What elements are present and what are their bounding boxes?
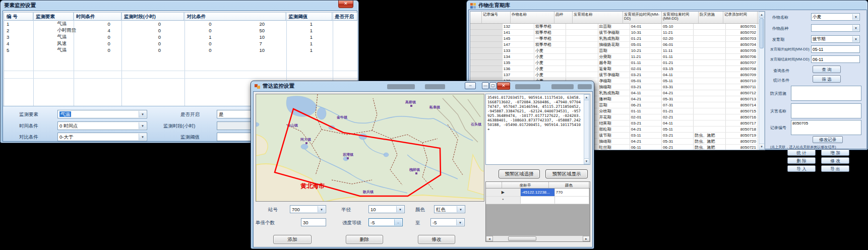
export-button[interactable]: 导 出 (821, 165, 849, 172)
filter-button[interactable]: 筛 选 (813, 75, 841, 83)
to-combo[interactable]: -5 ▼ (430, 218, 465, 226)
scroll-down-icon[interactable]: ▼ (584, 158, 589, 164)
crop-window-titlebar[interactable]: 作物生育期库 (467, 1, 867, 11)
map-canvas[interactable]: 高桥镇 柘皋镇 白山镇 同大镇 金牛镇 石头镇 苏湾镇 槐林镇 散兵镇 黄北海市 (256, 94, 484, 202)
compare-combo[interactable]: 0-大于 ▼ (57, 133, 147, 141)
table-row[interactable]: 147双季早稻抽穗扬花期05-0106-018050704 (470, 42, 758, 48)
cell: 0 (105, 47, 156, 53)
warning-area-show-button[interactable]: 预警区域显示 (545, 169, 588, 178)
header-cell: 是否开启 (332, 13, 357, 20)
scroll-left-icon[interactable]: ◄ (486, 236, 493, 241)
measure-textarea[interactable] (791, 86, 861, 101)
table-row[interactable]: 133小麦苗期10-2111-118050705 (470, 48, 758, 54)
stage-start-input[interactable] (811, 45, 860, 53)
scroll-right-icon[interactable]: ► (583, 236, 590, 241)
table-row[interactable]: 1气温000201 (4, 21, 358, 27)
import-button[interactable]: 导 入 (787, 165, 816, 172)
header-cell: 发育期名称 (573, 12, 623, 23)
cell (566, 66, 598, 72)
table-row[interactable]: 4风速00071 (4, 40, 358, 47)
station-combo[interactable]: 700 ▼ (290, 205, 326, 213)
table-row[interactable]: 141双季早稻拔节孕穗期10-3111-218050702 (470, 30, 758, 36)
chevron-down-icon[interactable]: ▼ (852, 36, 859, 42)
level-stepper[interactable]: -5 – (368, 218, 403, 226)
chevron-down-icon[interactable]: ▼ (852, 14, 859, 20)
delete-button[interactable]: 删 除 (787, 157, 816, 164)
chevron-down-icon[interactable]: ▼ (139, 111, 146, 117)
table-row[interactable]: 134小麦分蘖期11-2101-118050706 (470, 54, 758, 60)
element-window-titlebar[interactable]: 要素监控设置 (1, 1, 358, 11)
table-row[interactable]: 3气温001101 (4, 34, 358, 40)
cell: 8050717 (725, 120, 757, 127)
add-area-button[interactable]: 添加 (273, 235, 312, 244)
crop-name-combo[interactable]: 小麦 ▼ (811, 13, 860, 21)
cell: 8050719 (725, 133, 757, 139)
crop-table-scrollbar[interactable]: ▲ ▼ (759, 12, 765, 150)
area-grid-hscrollbar[interactable]: ◄ ► (486, 235, 590, 241)
place-label: 高桥镇 (405, 100, 416, 104)
record-no-label: 记录编号 (770, 125, 786, 131)
table-row[interactable]: 2小时雨量400501 (4, 27, 358, 34)
modify-button[interactable]: 修 改 (821, 157, 849, 164)
coords-textbox[interactable]: 35491.0172034571, 905914.11175410, 63458… (485, 94, 590, 165)
count-input[interactable] (301, 218, 326, 226)
scroll-up-icon[interactable]: ▲ (759, 12, 764, 18)
cell (470, 48, 502, 54)
color-combo[interactable]: 红色 ▼ (434, 205, 465, 213)
chevron-down-icon[interactable]: ▼ (396, 206, 404, 212)
cell: 01-11 (630, 108, 661, 114)
cell (694, 54, 725, 60)
table-row[interactable]: 137小麦拔节孕穗期03-2104-118050709 (470, 72, 758, 78)
radius-combo[interactable]: 10 ▼ (368, 205, 405, 213)
cell: 770 (554, 189, 589, 196)
cell: 小麦 (534, 66, 566, 72)
table-row[interactable]: 145一季早稻乳熟成熟期01-2102-208050703 (470, 36, 758, 42)
time-cond-combo[interactable]: 0 时间点 ▼ (57, 121, 147, 130)
record-no-box[interactable]: 8050705 (791, 120, 861, 135)
add-button[interactable]: 增 加 (821, 149, 849, 156)
modify-area-button[interactable]: 修改 (418, 235, 455, 244)
chevron-down-icon[interactable]: ▼ (456, 219, 464, 225)
chevron-down-icon[interactable]: ▼ (457, 206, 464, 212)
table-row[interactable]: ▶-45122.12238...770 (486, 189, 589, 196)
scroll-down-icon[interactable]: ▼ (759, 144, 764, 149)
table-row[interactable]: 132双季早稻出苗期04-0105-108050701 (470, 24, 758, 30)
cell: 134 (502, 54, 534, 60)
stepper-button[interactable]: – (394, 219, 402, 225)
chevron-down-icon[interactable]: ▼ (139, 134, 146, 140)
cell (470, 42, 502, 48)
close-icon[interactable]: ✕ (338, 1, 353, 8)
table-row[interactable]: * (486, 196, 589, 204)
map-window-titlebar[interactable]: 雷达监控设置 (251, 81, 594, 91)
close-icon[interactable]: ✕ (497, 82, 510, 90)
table-row[interactable]: 5气温000101 (4, 47, 358, 53)
minimize-icon[interactable]: — (482, 82, 489, 89)
crop-variety-combo[interactable]: ▼ (811, 24, 860, 32)
cell: 0 (206, 40, 257, 47)
delete-area-button[interactable]: 删除 (346, 235, 383, 244)
chevron-down-icon[interactable]: ▼ (852, 25, 859, 31)
stage-end-input[interactable] (811, 55, 860, 63)
modify-record-button[interactable]: 修改记录 (813, 136, 843, 143)
warning-area-select-button[interactable]: 预警区域选择 (499, 169, 540, 178)
measure-label: 防灾措施 (770, 91, 786, 96)
scrollbar-thumb[interactable] (508, 236, 536, 241)
coords-scrollbar[interactable]: ▲ ▼ (584, 94, 589, 164)
restore-icon[interactable]: ⇔ (465, 82, 476, 89)
maximize-icon[interactable]: ▢ (489, 82, 497, 89)
table-row[interactable]: 136小麦返青期02-0103-158050708 (470, 66, 758, 72)
cell: 4 (4, 40, 54, 47)
cell: 01-11 (662, 54, 694, 60)
stage-combo[interactable]: 拔节期 ▼ (811, 35, 860, 43)
element-combo[interactable]: 气温 ▼ (57, 110, 147, 118)
scroll-up-icon[interactable]: ▲ (584, 95, 589, 100)
cell: 05-11 (662, 127, 694, 133)
table-row[interactable]: 135小麦越冬期01-1101-218050707 (470, 60, 758, 66)
disaster-textarea[interactable] (791, 103, 861, 118)
scrollbar-thumb[interactable] (760, 18, 764, 48)
chevron-down-icon[interactable]: ▼ (139, 122, 146, 129)
query-button[interactable]: 查 询 (813, 66, 841, 73)
cell: 50 (257, 27, 307, 34)
chevron-down-icon[interactable]: ▼ (318, 206, 325, 212)
stat-button[interactable]: 统 计 (787, 149, 816, 156)
